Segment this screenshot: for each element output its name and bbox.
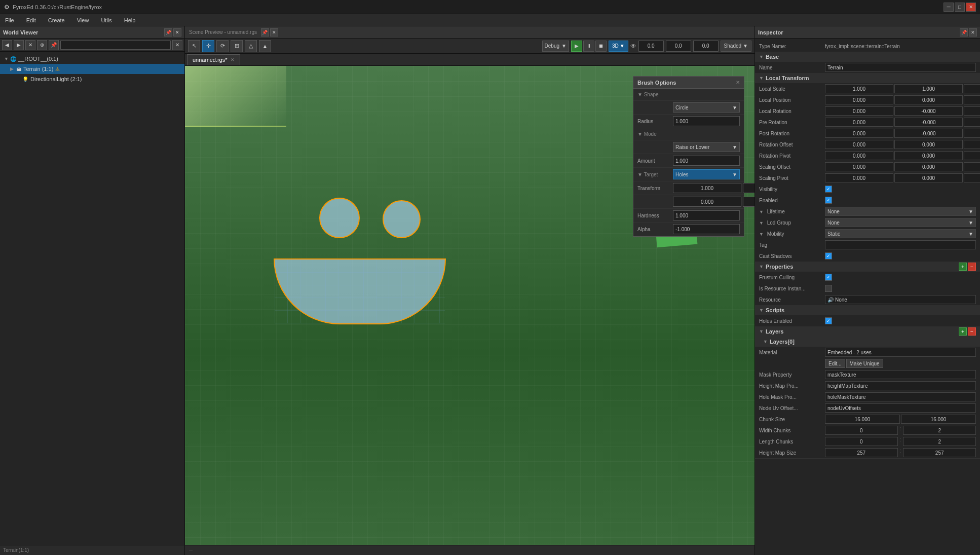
- brush-transform-y2[interactable]: [743, 197, 755, 207]
- is-resource-checkbox[interactable]: [825, 285, 832, 292]
- stop-btn[interactable]: ⏹: [595, 41, 607, 52]
- hole-mask-input[interactable]: holeMaskTexture: [825, 392, 976, 401]
- brush-amount-value[interactable]: 1.000: [673, 156, 740, 166]
- debug-dropdown[interactable]: Debug ▼: [542, 41, 569, 52]
- height-map-size-x[interactable]: [825, 448, 898, 457]
- resource-input[interactable]: 🔊 None: [825, 295, 976, 304]
- coord-z-input[interactable]: [693, 41, 719, 52]
- brush-transform-x1[interactable]: [673, 183, 741, 193]
- menu-help[interactable]: Help: [121, 16, 139, 24]
- chunk-size-y[interactable]: [901, 415, 976, 424]
- layers-header[interactable]: ▼ Layers + −: [755, 326, 980, 337]
- tree-item-terrain[interactable]: ▶ 🏔 Terrain (1:1) ⚠: [0, 64, 184, 74]
- brush-hardness-value[interactable]: 1.000: [673, 210, 740, 220]
- scaling-pivot-y[interactable]: [894, 173, 963, 182]
- rot-pivot-z[interactable]: [964, 151, 980, 160]
- close-button[interactable]: ✕: [966, 3, 976, 12]
- local-rot-z[interactable]: [964, 106, 980, 116]
- local-rot-x[interactable]: [825, 106, 893, 116]
- properties-header[interactable]: ▼ Properties + −: [755, 262, 980, 272]
- properties-del-btn[interactable]: −: [968, 263, 976, 271]
- shaded-dropdown[interactable]: Shaded ▼: [721, 41, 751, 52]
- world-close-btn[interactable]: ✕: [25, 40, 35, 50]
- local-pos-x[interactable]: [825, 95, 893, 104]
- rot-pivot-x[interactable]: [825, 151, 893, 160]
- scene-pin-btn[interactable]: 📌: [261, 28, 269, 36]
- name-input[interactable]: Terrain: [825, 63, 976, 72]
- menu-utils[interactable]: Utils: [98, 16, 115, 24]
- tree-item-directional-light[interactable]: 💡 DirectionalLight (2:1): [0, 74, 184, 84]
- world-add-btn[interactable]: ⊕: [37, 40, 47, 50]
- visibility-checkbox[interactable]: ✓: [825, 186, 832, 193]
- menu-edit[interactable]: Edit: [23, 16, 39, 24]
- brush-shape-dropdown[interactable]: Circle ▼: [673, 102, 740, 113]
- node-uv-input[interactable]: nodeUvOffsets: [825, 403, 976, 413]
- tree-item-root[interactable]: ▼ 🌐 __ROOT__(0:1): [0, 54, 184, 64]
- scaling-offset-z[interactable]: [964, 162, 980, 171]
- local-pos-y[interactable]: [894, 95, 963, 104]
- local-rot-y[interactable]: [894, 106, 963, 116]
- height-map-input[interactable]: heightMapTexture: [825, 381, 976, 390]
- play-btn[interactable]: ▶: [571, 41, 582, 52]
- world-back-btn[interactable]: ◀: [2, 40, 12, 50]
- inspector-pin-btn[interactable]: 📌: [960, 28, 968, 36]
- minimize-button[interactable]: ─: [944, 3, 954, 12]
- world-viewer-close-btn[interactable]: ✕: [173, 28, 181, 36]
- scene-tab[interactable]: unnamed.rgs* ✕: [187, 54, 240, 65]
- brush-transform-x2[interactable]: [743, 183, 755, 193]
- make-unique-button[interactable]: Make Unique: [846, 359, 883, 368]
- pause-btn[interactable]: ⏸: [583, 41, 594, 52]
- world-forward-btn[interactable]: ▶: [14, 40, 24, 50]
- frustum-culling-checkbox[interactable]: ✓: [825, 274, 832, 281]
- tool-move[interactable]: ✛: [202, 40, 214, 52]
- holes-enabled-checkbox[interactable]: ✓: [825, 317, 832, 324]
- tool-terrain[interactable]: ▲: [259, 40, 271, 52]
- local-pos-z[interactable]: [964, 95, 980, 104]
- world-viewer-pin-btn[interactable]: 📌: [164, 28, 172, 36]
- properties-add-btn[interactable]: +: [959, 263, 967, 271]
- maximize-button[interactable]: □: [955, 3, 965, 12]
- world-search-input[interactable]: [60, 41, 171, 50]
- pre-rot-y[interactable]: [894, 118, 963, 127]
- world-pin-btn[interactable]: 📌: [49, 40, 59, 50]
- length-chunks-y[interactable]: [903, 437, 976, 446]
- mode-3d-btn[interactable]: 3D ▼: [609, 41, 628, 52]
- local-scale-y[interactable]: [894, 84, 963, 93]
- brush-alpha-value[interactable]: -1.000: [673, 224, 740, 234]
- pre-rot-x[interactable]: [825, 118, 893, 127]
- brush-radius-value[interactable]: 1.000: [673, 116, 740, 126]
- menu-file[interactable]: File: [2, 16, 17, 24]
- brush-mode-dropdown[interactable]: Raise or Lower ▼: [673, 142, 740, 152]
- rot-offset-z[interactable]: [964, 140, 980, 149]
- mask-prop-input[interactable]: maskTexture: [825, 370, 976, 379]
- menu-create[interactable]: Create: [45, 16, 68, 24]
- post-rot-x[interactable]: [825, 129, 893, 138]
- material-input[interactable]: Embedded - 2 uses: [825, 348, 976, 357]
- tag-input[interactable]: [825, 240, 976, 249]
- coord-x-input[interactable]: [638, 41, 664, 52]
- tool-select[interactable]: ↖: [188, 40, 200, 52]
- chunk-size-x[interactable]: [825, 415, 900, 424]
- height-map-size-y[interactable]: [903, 448, 976, 457]
- tool-rotate-2d[interactable]: ⟳: [216, 40, 229, 52]
- layers-del-btn[interactable]: −: [968, 327, 976, 336]
- width-chunks-y[interactable]: [903, 426, 976, 435]
- menu-view[interactable]: View: [74, 16, 92, 24]
- scene-close-btn[interactable]: ✕: [270, 28, 278, 36]
- tab-close-icon[interactable]: ✕: [231, 57, 235, 62]
- post-rot-y[interactable]: [894, 129, 963, 138]
- scripts-header[interactable]: ▼ Scripts: [755, 305, 980, 315]
- inspector-base-header[interactable]: ▼ Base: [755, 52, 980, 62]
- brush-target-dropdown[interactable]: Holes ▼: [673, 169, 740, 179]
- world-search-close[interactable]: ✕: [172, 40, 182, 50]
- enabled-checkbox[interactable]: ✓: [825, 197, 832, 204]
- length-chunks-x[interactable]: [825, 437, 898, 446]
- rot-offset-y[interactable]: [894, 140, 963, 149]
- brush-options-close[interactable]: ✕: [736, 80, 740, 85]
- brush-transform-y1[interactable]: [673, 197, 741, 207]
- coord-y-input[interactable]: [666, 41, 691, 52]
- rot-pivot-y[interactable]: [894, 151, 963, 160]
- scene-viewport[interactable]: Brush Options ✕ ▼ Shape Circle ▼ Radius: [185, 66, 755, 545]
- lifetime-dropdown[interactable]: None ▼: [825, 207, 976, 216]
- tool-scale[interactable]: ⊞: [231, 40, 243, 52]
